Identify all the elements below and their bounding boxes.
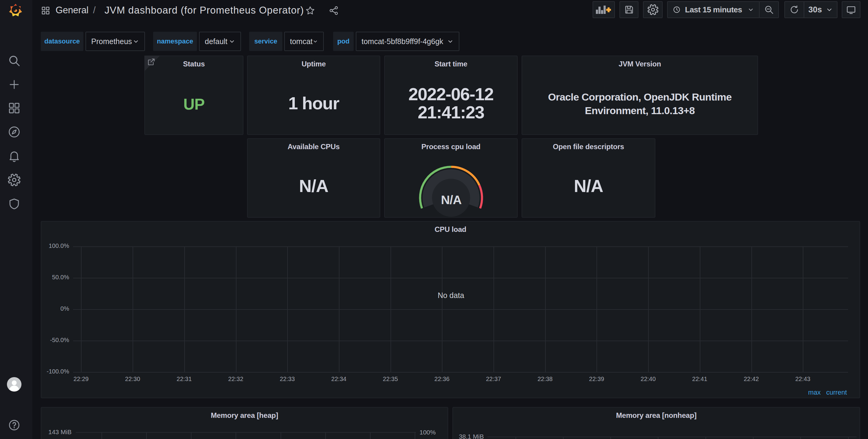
svg-text:N/A: N/A <box>441 193 462 207</box>
